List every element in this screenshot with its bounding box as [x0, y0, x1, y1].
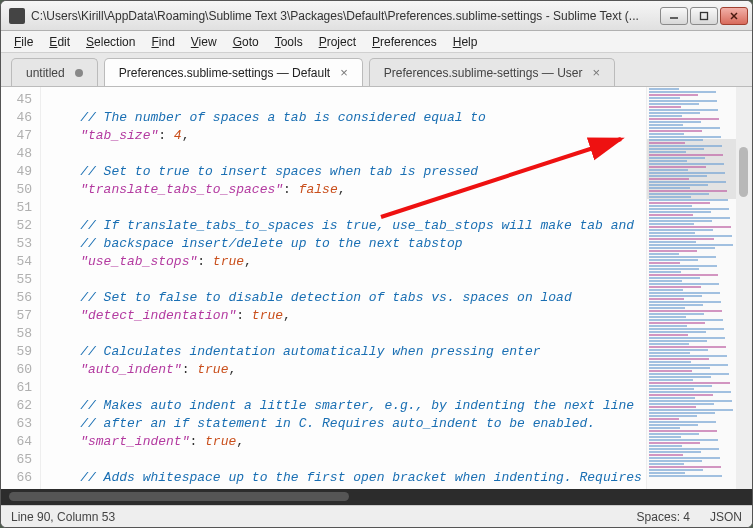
menu-view[interactable]: View	[184, 33, 224, 51]
minimap-line	[649, 409, 733, 411]
minimap-line	[649, 256, 716, 258]
minimap-line	[649, 331, 706, 333]
code-line[interactable]	[49, 451, 646, 469]
code-line[interactable]: "smart_indent": true,	[49, 433, 646, 451]
gutter: 4546474849505152535455565758596061626364…	[1, 87, 41, 489]
menu-selection[interactable]: Selection	[79, 33, 142, 51]
code-line[interactable]	[49, 325, 646, 343]
minimap-line	[649, 265, 717, 267]
code-line[interactable]	[49, 271, 646, 289]
code-line[interactable]	[49, 145, 646, 163]
minimap-line	[649, 163, 724, 165]
minimap[interactable]	[646, 87, 736, 489]
minimap-line	[649, 223, 694, 225]
minimap-line	[649, 433, 699, 435]
minimize-button[interactable]	[660, 7, 688, 25]
minimap-line	[649, 340, 707, 342]
minimap-line	[649, 406, 696, 408]
minimap-line	[649, 277, 700, 279]
minimap-line	[649, 229, 713, 231]
vertical-scrollbar[interactable]	[736, 87, 752, 489]
minimap-line	[649, 337, 725, 339]
menu-edit[interactable]: Edit	[42, 33, 77, 51]
minimap-line	[649, 373, 729, 375]
code-line[interactable]: // Adds whitespace up to the first open …	[49, 469, 646, 487]
editor-area: 4546474849505152535455565758596061626364…	[1, 87, 752, 489]
code-line[interactable]	[49, 379, 646, 397]
tab-close-icon[interactable]: ×	[592, 66, 600, 79]
minimap-line	[649, 238, 714, 240]
horizontal-scrollbar[interactable]	[1, 489, 752, 505]
line-number: 58	[1, 325, 32, 343]
line-number: 60	[1, 361, 32, 379]
menu-goto[interactable]: Goto	[226, 33, 266, 51]
code-line[interactable]: // after an if statement in C. Requires …	[49, 415, 646, 433]
code-line[interactable]: // Set to false to disable detection of …	[49, 289, 646, 307]
code-line[interactable]: // Set to true to insert spaces when tab…	[49, 163, 646, 181]
code-line[interactable]	[49, 199, 646, 217]
menu-tools[interactable]: Tools	[268, 33, 310, 51]
menu-preferences[interactable]: Preferences	[365, 33, 444, 51]
code-line[interactable]: "tab_size": 4,	[49, 127, 646, 145]
minimap-line	[649, 247, 715, 249]
titlebar[interactable]: C:\Users\Kirill\AppData\Roaming\Sublime …	[1, 1, 752, 31]
minimize-icon	[669, 11, 679, 21]
minimap-line	[649, 388, 694, 390]
line-number: 46	[1, 109, 32, 127]
code-line[interactable]: // Calculates indentation automatically …	[49, 343, 646, 361]
minimap-line	[649, 415, 697, 417]
code-view[interactable]: // The number of spaces a tab is conside…	[41, 87, 646, 489]
line-number: 45	[1, 91, 32, 109]
minimap-line	[649, 394, 713, 396]
code-line[interactable]: "use_tab_stops": true,	[49, 253, 646, 271]
minimap-line	[649, 259, 698, 261]
menu-find[interactable]: Find	[144, 33, 181, 51]
line-number: 55	[1, 271, 32, 289]
tab[interactable]: untitled	[11, 58, 98, 86]
minimap-line	[649, 460, 702, 462]
menu-help[interactable]: Help	[446, 33, 485, 51]
minimap-line	[649, 172, 725, 174]
menu-file[interactable]: File	[7, 33, 40, 51]
vertical-scrollbar-thumb[interactable]	[739, 147, 748, 197]
minimap-line	[649, 322, 705, 324]
minimap-line	[649, 367, 710, 369]
minimap-line	[649, 439, 718, 441]
minimap-line	[649, 97, 680, 99]
close-icon	[729, 11, 739, 21]
minimap-line	[649, 289, 683, 291]
minimap-line	[649, 334, 688, 336]
tab-close-icon[interactable]: ×	[340, 66, 348, 79]
minimap-line	[649, 181, 726, 183]
minimap-line	[649, 391, 731, 393]
code-line[interactable]: // Makes auto indent a little smarter, e…	[49, 397, 646, 415]
code-line[interactable]: "auto_indent": true,	[49, 361, 646, 379]
minimap-line	[649, 304, 703, 306]
code-line[interactable]: "detect_indentation": true,	[49, 307, 646, 325]
minimap-line	[649, 424, 698, 426]
code-line[interactable]: // The number of spaces a tab is conside…	[49, 109, 646, 127]
minimap-line	[649, 91, 716, 93]
code-line[interactable]: "translate_tabs_to_spaces": false,	[49, 181, 646, 199]
close-button[interactable]	[720, 7, 748, 25]
minimap-line	[649, 121, 701, 123]
minimap-line	[649, 454, 683, 456]
minimap-line	[649, 193, 709, 195]
dirty-indicator-icon	[75, 69, 83, 77]
horizontal-scrollbar-thumb[interactable]	[9, 492, 349, 501]
status-syntax[interactable]: JSON	[710, 510, 742, 524]
line-number: 47	[1, 127, 32, 145]
status-indent[interactable]: Spaces: 4	[637, 510, 690, 524]
line-number: 63	[1, 415, 32, 433]
tab[interactable]: Preferences.sublime-settings — User×	[369, 58, 615, 86]
code-line[interactable]	[49, 91, 646, 109]
code-line[interactable]: // If translate_tabs_to_spaces is true, …	[49, 217, 646, 235]
minimap-line	[649, 298, 684, 300]
menu-project[interactable]: Project	[312, 33, 363, 51]
minimap-line	[649, 400, 732, 402]
code-line[interactable]: // backspace insert/delete up to the nex…	[49, 235, 646, 253]
status-position[interactable]: Line 90, Column 53	[11, 510, 115, 524]
tab[interactable]: Preferences.sublime-settings — Default×	[104, 58, 363, 86]
maximize-button[interactable]	[690, 7, 718, 25]
minimap-line	[649, 145, 722, 147]
